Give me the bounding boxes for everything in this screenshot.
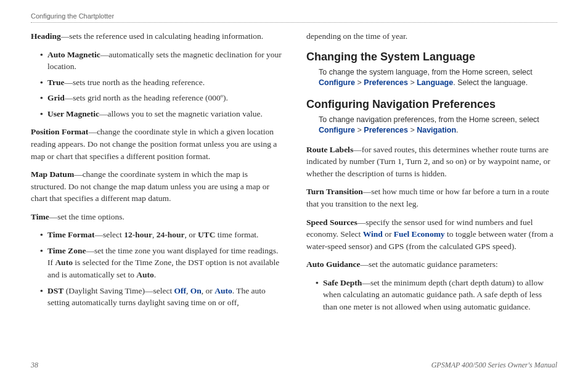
content-columns: Heading—sets the reference used in calcu… <box>31 30 557 319</box>
tz-post: . <box>154 270 156 279</box>
heading-options-list: Auto Magnetic—automatically sets the mag… <box>31 49 282 120</box>
time-intro: Time—set the time options. <box>31 211 282 223</box>
dst-c2: , or <box>202 286 214 295</box>
list-item: Grid—sets grid north as the heading refe… <box>40 92 282 104</box>
term-dst: DST <box>47 286 63 295</box>
term-auto-guidance: Auto Guidance <box>306 260 360 269</box>
nav-language: Language <box>417 78 453 87</box>
nav-instruction: To change navigation preferences, from t… <box>306 115 557 136</box>
route-labels: Route Labels—for saved routes, this dete… <box>306 144 557 180</box>
gt-icon: > <box>357 78 362 87</box>
term-position-format: Position Format <box>31 127 88 136</box>
li-text: —allows you to set the magnetic variatio… <box>99 109 263 118</box>
term-auto-magnetic: Auto Magnetic <box>47 50 100 59</box>
ss-mid: or <box>383 229 394 239</box>
term-route-labels: Route Labels <box>306 145 353 154</box>
heading-intro-text: —sets the reference used in calculating … <box>61 31 263 41</box>
nav-preferences2: Preferences <box>364 126 408 134</box>
turn-transition: Turn Transition—set how much time or how… <box>306 186 557 210</box>
nav-configure: Configure <box>319 78 355 87</box>
opt-auto: Auto <box>214 286 232 295</box>
heading-intro: Heading—sets the reference used in calcu… <box>31 30 282 43</box>
list-item: User Magnetic—allows you to set the magn… <box>40 108 282 120</box>
term-time-zone: Time Zone <box>47 246 86 255</box>
heading-nav-prefs: Configuring Navigation Preferences <box>306 96 557 112</box>
time-options-list: Time Format—select 12-hour, 24-hour, or … <box>31 229 282 308</box>
opt-off: Off <box>174 286 187 295</box>
header-section-label: Configuring the Chartplotter <box>31 12 557 23</box>
nav-configure2: Configure <box>319 126 355 134</box>
auto-guidance-text: —set the automatic guidance parameters: <box>360 260 497 269</box>
opt-wind: Wind <box>363 229 383 239</box>
nav-pre: To change navigation preferences, from t… <box>319 115 539 124</box>
opt-on: On <box>190 286 202 295</box>
lang-post: . Select the language. <box>453 78 528 87</box>
auto-guidance-list: Safe Depth—set the minimum depth (chart … <box>306 277 557 313</box>
list-item: Safe Depth—set the minimum depth (chart … <box>316 277 557 313</box>
li-text: —sets true north as the heading referenc… <box>65 78 205 87</box>
term-safe-depth: Safe Depth <box>323 278 362 287</box>
term-speed-sources: Speed Sources <box>306 218 357 227</box>
right-column: depending on the time of year. Changing … <box>306 30 557 319</box>
opt-auto1: Auto <box>55 258 73 267</box>
speed-sources: Speed Sources—specify the sensor used fo… <box>306 216 557 253</box>
gt-icon: > <box>410 126 414 134</box>
tf-c2: , or <box>185 230 198 239</box>
gt-icon: > <box>357 126 362 134</box>
nav-post: . <box>456 126 458 134</box>
auto-guidance: Auto Guidance—set the automatic guidance… <box>306 258 557 271</box>
term-turn-transition: Turn Transition <box>306 187 363 196</box>
time-intro-text: —set the time options. <box>49 212 125 221</box>
term-user-magnetic: User Magnetic <box>47 109 99 118</box>
manual-title: GPSMAP 400/500 Series Owner's Manual <box>431 361 557 370</box>
dst-extra: (Daylight Saving Time)—select <box>63 286 174 295</box>
list-item: Auto Magnetic—automatically sets the mag… <box>40 49 282 73</box>
term-true: True <box>47 78 65 87</box>
left-column: Heading—sets the reference used in calcu… <box>31 30 282 319</box>
li-text: —sets grid north as the heading referenc… <box>65 93 228 102</box>
tf-post: time format. <box>215 230 258 239</box>
page-footer: 38 GPSMAP 400/500 Series Owner's Manual <box>31 361 557 370</box>
map-datum: Map Datum—change the coordinate system i… <box>31 168 282 205</box>
gt-icon: > <box>410 78 414 87</box>
lang-pre: To change the system language, from the … <box>319 68 533 76</box>
opt-auto2: Auto <box>136 270 154 279</box>
nav-preferences: Preferences <box>364 78 408 87</box>
opt-24h: 24-hour <box>157 230 185 239</box>
term-heading: Heading <box>31 31 61 41</box>
tf-pre: —select <box>95 230 125 239</box>
opt-utc: UTC <box>198 230 216 239</box>
list-item: True—sets true north as the heading refe… <box>40 76 282 89</box>
list-item: Time Zone—set the time zone you want dis… <box>40 245 282 281</box>
heading-change-language: Changing the System Language <box>306 49 557 65</box>
language-instruction: To change the system language, from the … <box>306 67 557 89</box>
term-time-format: Time Format <box>47 230 95 239</box>
tz-mid: is selected for the Time Zone, the DST o… <box>47 258 279 279</box>
tf-c1: , <box>152 230 157 239</box>
list-item: DST (Daylight Saving Time)—select Off, O… <box>40 285 282 309</box>
opt-12h: 12-hour <box>124 230 152 239</box>
dst-continuation: depending on the time of year. <box>306 30 557 43</box>
dst-c1: , <box>186 286 190 295</box>
position-format: Position Format—change the coordinate st… <box>31 126 282 162</box>
page-number: 38 <box>31 361 38 370</box>
term-map-datum: Map Datum <box>31 170 74 179</box>
term-time: Time <box>31 212 49 221</box>
opt-fuel-economy: Fuel Economy <box>394 229 445 239</box>
term-grid: Grid <box>47 93 65 102</box>
nav-navigation: Navigation <box>417 126 456 134</box>
list-item: Time Format—select 12-hour, 24-hour, or … <box>40 229 282 241</box>
